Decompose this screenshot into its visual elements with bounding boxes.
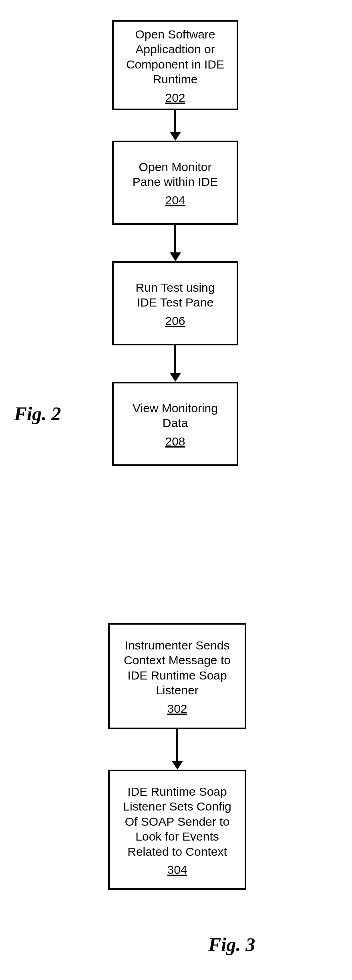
- flow-box-run-test: Run Test using IDE Test Pane 206: [112, 261, 238, 345]
- figure-2-diagram: Open Software Applicadtion or Component …: [112, 20, 238, 466]
- flow-box-ref: 302: [167, 701, 187, 716]
- flow-box-ref: 208: [165, 434, 185, 449]
- flow-box-ref: 204: [165, 193, 185, 208]
- flow-box-text: Open Software Applicadtion or Component …: [126, 27, 224, 87]
- arrow-down: [170, 225, 181, 261]
- figure-3-label: Fig. 3: [208, 934, 255, 956]
- flow-box-text: Open Monitor Pane within IDE: [133, 159, 218, 190]
- flow-box-text: View Monitoring Data: [133, 401, 218, 431]
- flow-box-open-monitor: Open Monitor Pane within IDE 204: [112, 141, 238, 225]
- flow-box-listener-sets-config: IDE Runtime Soap Listener Sets Config Of…: [108, 770, 246, 890]
- figure-2-label: Fig. 2: [14, 403, 61, 425]
- arrow-down: [172, 729, 183, 770]
- arrow-down: [170, 345, 181, 382]
- flow-box-ref: 206: [165, 313, 185, 329]
- flow-box-ref: 304: [167, 862, 187, 877]
- flow-box-ref: 202: [165, 90, 185, 105]
- flow-box-instrumenter-sends: Instrumenter Sends Context Message to ID…: [108, 623, 246, 729]
- flow-box-text: IDE Runtime Soap Listener Sets Config Of…: [123, 784, 231, 859]
- flow-box-open-app: Open Software Applicadtion or Component …: [112, 20, 238, 110]
- figure-3-diagram: Instrumenter Sends Context Message to ID…: [108, 623, 246, 890]
- flow-box-text: Run Test using IDE Test Pane: [136, 280, 215, 310]
- flow-box-text: Instrumenter Sends Context Message to ID…: [124, 638, 231, 698]
- flow-box-view-data: View Monitoring Data 208: [112, 382, 238, 466]
- arrow-down: [170, 110, 181, 141]
